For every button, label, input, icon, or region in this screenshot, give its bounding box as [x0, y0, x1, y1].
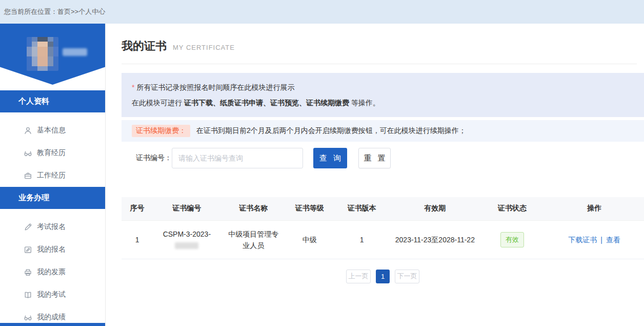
next-page-button[interactable]: 下一页: [395, 270, 419, 283]
sidebar-item-work-history[interactable]: 工作经历: [0, 164, 105, 187]
cell-cert-name: 中级项目管理专业人员: [221, 220, 286, 259]
sidebar-item-my-registration[interactable]: 我的报名: [0, 238, 105, 261]
sidebar-item-basic-info[interactable]: 基本信息: [0, 119, 105, 142]
page-subtitle: MY CERTIFICATE: [173, 44, 235, 51]
sidebar-item-label: 我的成绩: [37, 313, 66, 322]
sidebar-item-my-invoice[interactable]: 我的发票: [0, 261, 105, 283]
status-badge: 有效: [500, 232, 524, 247]
sidebar-item-exam-register[interactable]: 考试报名: [0, 216, 105, 238]
profile-banner: [0, 24, 105, 85]
sidebar-item-label: 基本信息: [37, 126, 66, 135]
avatar: [27, 37, 58, 71]
cell-cert-no: CSPM-3-2023-: [153, 220, 220, 259]
sidebar-next-section-partial: [0, 323, 105, 326]
col-header-index: 序号: [122, 197, 153, 220]
sidebar-section-profile[interactable]: 个人资料: [0, 90, 105, 112]
search-row: 证书编号： 查 询 重 置: [122, 148, 644, 168]
col-header-validity: 有效期: [391, 197, 479, 220]
view-cert-link[interactable]: 查看: [606, 236, 620, 244]
info-line-2: 在此模块可进行 证书下载、纸质证书申请、证书预览、证书续期缴费 等操作。: [132, 95, 644, 110]
page-title: 我的证书: [122, 39, 167, 54]
reset-button[interactable]: 重 置: [358, 148, 391, 168]
required-asterisk: *: [132, 83, 134, 91]
cell-actions: 下载证书|查看: [545, 220, 644, 259]
sidebar-item-label: 工作经历: [37, 171, 66, 180]
sidebar-menu-profile: 基本信息 教育经历 工作经历: [0, 112, 105, 187]
prev-page-button[interactable]: 上一页: [346, 270, 371, 283]
sidebar-item-my-exams[interactable]: 我的考试: [0, 283, 105, 306]
query-button[interactable]: 查 询: [313, 148, 347, 168]
page-number-1[interactable]: 1: [376, 270, 390, 283]
glasses-icon: [24, 313, 32, 322]
edit-note-icon: [24, 245, 32, 254]
col-header-cert-no: 证书编号: [153, 197, 220, 220]
download-cert-link[interactable]: 下载证书: [568, 236, 597, 244]
main-content: 我的证书 MY CERTIFICATE *所有证书记录按照报名时间顺序在此模块进…: [106, 24, 644, 326]
book-icon: [24, 291, 32, 299]
cell-index: 1: [122, 220, 153, 259]
sidebar-section-business[interactable]: 业务办理: [0, 187, 105, 209]
user-icon: [24, 126, 32, 135]
sidebar-item-label: 考试报名: [37, 222, 66, 232]
cell-validity: 2023-11-23至2028-11-22: [391, 220, 479, 259]
cell-level: 中级: [286, 220, 333, 259]
sidebar-item-label: 我的考试: [37, 290, 66, 299]
breadcrumb: 您当前所在位置：首页>>个人中心: [0, 7, 105, 16]
col-header-actions: 操作: [545, 197, 644, 220]
title-divider: [122, 64, 637, 64]
col-header-level: 证书等级: [286, 197, 333, 220]
redacted-cert-number: [175, 242, 198, 249]
sidebar-item-label: 教育经历: [37, 148, 66, 158]
cell-version: 1: [333, 220, 391, 259]
briefcase-icon: [24, 171, 32, 180]
col-header-status: 证书状态: [479, 197, 545, 220]
cell-status: 有效: [479, 220, 545, 259]
action-separator: |: [600, 236, 602, 244]
sidebar-item-label: 我的报名: [37, 245, 66, 254]
pagination: 上一页 1 下一页: [122, 270, 644, 283]
profile-name-redacted: [63, 48, 87, 56]
cert-number-label: 证书编号：: [136, 154, 172, 163]
certificate-table: 序号 证书编号 证书名称 证书等级 证书版本 有效期 证书状态 操作 1 CSP…: [122, 197, 644, 259]
page-title-row: 我的证书 MY CERTIFICATE: [122, 39, 644, 54]
sidebar-menu-business: 考试报名 我的报名 我的发票 我的考试: [0, 209, 105, 326]
renewal-notice-text: 在证书到期日前2个月及后两个月内会开启续期缴费按钮，可在此模块进行续期操作；: [196, 126, 466, 136]
table-header-row: 序号 证书编号 证书名称 证书等级 证书版本 有效期 证书状态 操作: [122, 197, 644, 220]
info-box: *所有证书记录按照报名时间顺序在此模块进行展示 在此模块可进行 证书下载、纸质证…: [122, 73, 644, 117]
pencil-icon: [24, 223, 32, 232]
sidebar: 个人资料 基本信息 教育经历 工作经历 业务办理: [0, 24, 106, 326]
printer-icon: [24, 268, 32, 277]
info-line-1: *所有证书记录按照报名时间顺序在此模块进行展示: [132, 80, 644, 95]
table-row: 1 CSPM-3-2023- 中级项目管理专业人员 中级 1 2023-11-2…: [122, 220, 644, 259]
col-header-cert-name: 证书名称: [221, 197, 286, 220]
glasses-icon: [24, 149, 32, 158]
col-header-version: 证书版本: [333, 197, 391, 220]
sidebar-item-education[interactable]: 教育经历: [0, 142, 105, 164]
renewal-notice: 证书续期缴费： 在证书到期日前2个月及后两个月内会开启续期缴费按钮，可在此模块进…: [122, 120, 644, 142]
renewal-notice-tag: 证书续期缴费：: [132, 125, 190, 137]
cert-number-input[interactable]: [172, 148, 303, 168]
top-breadcrumb-bar: 您当前所在位置：首页>>个人中心: [0, 0, 644, 24]
sidebar-item-label: 我的发票: [37, 267, 66, 277]
